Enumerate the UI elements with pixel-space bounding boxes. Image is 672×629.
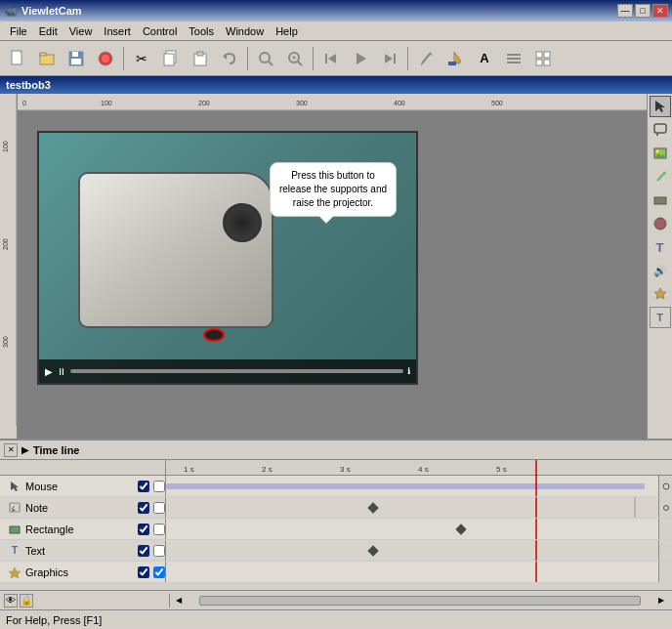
svg-text:5 s: 5 s [496, 465, 507, 474]
text-format-button[interactable]: A [471, 45, 498, 72]
mouse-track-visibility[interactable] [153, 481, 165, 492]
status-text: For Help, Press [F1] [6, 614, 102, 626]
text-track-visibility[interactable] [153, 545, 165, 557]
canvas-work-area[interactable]: Press this button to release the support… [18, 111, 647, 439]
note-track-checkbox[interactable] [138, 502, 149, 514]
cut-button[interactable]: ✂ [128, 45, 155, 72]
track-row-graphics: Graphics [0, 562, 672, 583]
svg-rect-48 [654, 124, 666, 133]
video-pause-button[interactable]: ⏸ [57, 366, 66, 377]
svg-rect-0 [12, 51, 21, 64]
paste-button[interactable] [187, 45, 214, 72]
video-info-button[interactable]: ℹ [407, 366, 410, 376]
first-frame-button[interactable] [317, 45, 345, 72]
text-tool-right-button[interactable]: T [650, 236, 671, 258]
pen-tool-right-button[interactable] [650, 166, 671, 188]
menu-view[interactable]: View [63, 23, 99, 39]
svg-rect-12 [197, 52, 203, 56]
timeline-scroll-thumb[interactable] [199, 596, 641, 606]
track-label-text: T Text [0, 540, 166, 561]
track-label-graphics: Graphics [0, 562, 166, 582]
svg-marker-47 [655, 101, 665, 112]
canvas-title: testbob3 [6, 79, 51, 91]
graphics-track-content [166, 562, 658, 582]
toolbar-sep-4 [407, 47, 408, 70]
graphics-track-checkbox[interactable] [138, 566, 149, 578]
ruler-top: 0 100 200 300 400 500 [18, 94, 647, 111]
timeline-bottom: 👁 🔒 ◀ ▶ [0, 590, 672, 609]
circle-tool-button[interactable] [650, 213, 671, 234]
ruler-label-space [0, 460, 166, 475]
svg-line-68 [12, 506, 15, 509]
fill-tool-button[interactable] [441, 45, 469, 72]
right-toolbar: T 🔊 T [647, 94, 672, 439]
text2-tool-button[interactable]: T [650, 307, 671, 328]
menu-tools[interactable]: Tools [183, 23, 220, 39]
undo-button[interactable] [216, 45, 243, 72]
open-button[interactable] [33, 45, 61, 72]
scroll-right-arrow[interactable]: ▶ [654, 594, 668, 608]
menu-control[interactable]: Control [137, 23, 183, 39]
mouse-track-checkbox[interactable] [138, 481, 149, 492]
scroll-left-arrow[interactable]: ◀ [172, 594, 186, 608]
svg-text:2 s: 2 s [262, 465, 273, 474]
timeline-scrollbar: ◀ ▶ [172, 594, 668, 608]
graphics-track-visibility[interactable] [153, 566, 165, 578]
select-tool-button[interactable] [650, 96, 671, 117]
svg-rect-6 [71, 59, 81, 64]
menu-bar: File Edit View Insert Control Tools Wind… [0, 21, 672, 41]
graphics-track-icon [8, 566, 21, 579]
shape-tool-button[interactable] [650, 189, 671, 211]
menu-insert[interactable]: Insert [98, 23, 137, 39]
projector-release-button[interactable] [203, 328, 225, 342]
close-button[interactable]: ✕ [652, 4, 668, 18]
mouse-track-content [166, 476, 658, 496]
svg-text:100: 100 [101, 100, 112, 106]
menu-file[interactable]: File [4, 23, 33, 39]
maximize-button[interactable]: □ [635, 4, 651, 18]
lines-button[interactable] [500, 45, 527, 72]
comment-tool-button[interactable] [650, 119, 671, 141]
video-progress-bar[interactable] [70, 369, 403, 373]
svg-text:4 s: 4 s [418, 465, 429, 474]
note-track-visibility[interactable] [153, 502, 165, 514]
last-frame-button[interactable] [376, 45, 403, 72]
image-tool-button[interactable] [650, 143, 671, 164]
sticker-tool-button[interactable] [650, 283, 671, 305]
zoom-button[interactable] [281, 45, 309, 72]
track-row-rectangle: Rectangle [0, 519, 672, 540]
menu-help[interactable]: Help [270, 23, 304, 39]
play-button[interactable] [347, 45, 374, 72]
video-play-button[interactable]: ▶ [45, 366, 53, 377]
lock-icon[interactable]: 🔒 [20, 594, 33, 608]
rectangle-track-content [166, 519, 658, 539]
grid-button[interactable] [529, 45, 557, 72]
save-button[interactable] [63, 45, 90, 72]
eye-icon[interactable]: 👁 [4, 594, 18, 608]
track-label-rectangle: Rectangle [0, 519, 166, 539]
pen-tool-button[interactable] [412, 45, 440, 72]
text-track-name: Text [25, 545, 134, 557]
rectangle-track-checkbox[interactable] [138, 524, 149, 535]
minimize-button[interactable]: — [617, 4, 633, 18]
text-track-checkbox[interactable] [138, 545, 149, 557]
menu-window[interactable]: Window [220, 23, 270, 39]
svg-line-27 [421, 63, 422, 65]
record-button[interactable] [92, 45, 119, 72]
track-row-note: Note [0, 497, 672, 519]
search-button[interactable] [252, 45, 279, 72]
audio-tool-button[interactable]: 🔊 [650, 260, 671, 281]
svg-point-66 [663, 483, 669, 489]
copy-button[interactable] [157, 45, 185, 72]
rectangle-track-visibility[interactable] [153, 524, 165, 535]
timeline-collapse-button[interactable]: ✕ [4, 443, 18, 457]
projector [78, 172, 273, 328]
new-button[interactable] [4, 45, 31, 72]
svg-text:500: 500 [491, 100, 503, 106]
time-ruler: 1 s 2 s 3 s 4 s 5 s [166, 460, 658, 475]
speech-bubble-text: Press this button to release the support… [279, 170, 387, 208]
timeline-area: ✕ ▶ Time line 1 s 2 s 3 s 4 s 5 s [0, 439, 672, 609]
title-bar-buttons: — □ ✕ [617, 4, 668, 18]
track-label-mouse: Mouse [0, 476, 166, 496]
menu-edit[interactable]: Edit [33, 23, 63, 39]
